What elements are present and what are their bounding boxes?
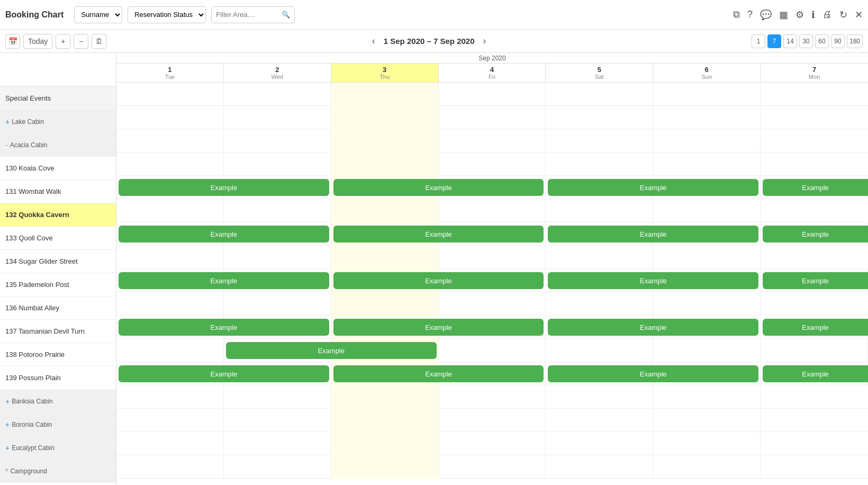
grid-cell-7-6[interactable] <box>761 246 868 269</box>
grid-cell-11-0[interactable] <box>116 339 224 362</box>
grid-cell-2-6[interactable] <box>761 129 868 152</box>
grid-cell-11-5[interactable] <box>653 339 761 362</box>
grid-cell-16-0[interactable] <box>116 455 224 479</box>
grid-cell-0-1[interactable] <box>224 83 331 106</box>
grid-cell-14-6[interactable] <box>761 409 868 432</box>
grid-cell-2-5[interactable] <box>653 129 761 152</box>
grid-cell-5-4[interactable] <box>546 199 653 222</box>
grid-cell-16-1[interactable] <box>224 455 331 479</box>
row-toggle-2[interactable]: - <box>5 141 8 149</box>
grid-cell-1-0[interactable] <box>116 106 224 129</box>
grid-cell-7-3[interactable] <box>439 246 546 269</box>
table-icon[interactable]: ▦ <box>779 9 788 21</box>
grid-cell-9-6[interactable] <box>761 292 868 316</box>
booking-8-1[interactable]: Example <box>333 272 544 289</box>
grid-cell-3-0[interactable] <box>116 152 224 176</box>
booking-6-3[interactable]: Example <box>763 226 868 242</box>
view-14[interactable]: 14 <box>783 34 797 48</box>
grid-cell-2-2[interactable] <box>331 129 439 152</box>
grid-cell-9-1[interactable] <box>224 292 331 316</box>
row-toggle-15[interactable]: + <box>5 444 10 452</box>
booking-4-2[interactable]: Example <box>548 179 758 196</box>
booking-10-3[interactable]: Example <box>763 319 868 336</box>
grid-cell-7-0[interactable] <box>116 246 224 269</box>
booking-8-2[interactable]: Example <box>548 272 758 289</box>
grid-cell-14-0[interactable] <box>116 409 224 432</box>
grid-cell-16-4[interactable] <box>546 455 653 479</box>
grid-cell-11-6[interactable] <box>761 339 868 362</box>
grid-cell-0-5[interactable] <box>653 83 761 106</box>
booking-6-1[interactable]: Example <box>333 226 544 242</box>
booking-4-0[interactable]: Example <box>119 179 329 196</box>
grid-cell-13-5[interactable] <box>653 385 761 409</box>
grid-cell-0-0[interactable] <box>116 83 224 106</box>
grid-cell-13-4[interactable] <box>546 385 653 409</box>
grid-cell-3-6[interactable] <box>761 152 868 176</box>
grid-cell-14-2[interactable] <box>331 409 439 432</box>
calendar-icon-btn[interactable]: 📅 <box>5 34 20 49</box>
filter-area-input[interactable] <box>216 11 279 19</box>
booking-12-3[interactable]: Example <box>763 365 868 382</box>
grid-cell-15-3[interactable] <box>439 432 546 455</box>
grid-cell-11-3[interactable] <box>439 339 546 362</box>
grid-cell-9-2[interactable] <box>331 292 439 316</box>
chat-icon[interactable]: 💬 <box>760 9 772 21</box>
grid-cell-13-6[interactable] <box>761 385 868 409</box>
grid-cell-0-3[interactable] <box>439 83 546 106</box>
grid-cell-0-4[interactable] <box>546 83 653 106</box>
booking-12-1[interactable]: Example <box>333 365 544 382</box>
grid-cell-16-3[interactable] <box>439 455 546 479</box>
grid-cell-16-5[interactable] <box>653 455 761 479</box>
row-toggle-16[interactable]: * <box>5 467 8 475</box>
view-1[interactable]: 1 <box>752 34 765 48</box>
grid-cell-7-5[interactable] <box>653 246 761 269</box>
add-btn[interactable]: + <box>56 34 70 49</box>
booking-11-0[interactable]: Example <box>226 342 437 359</box>
booking-12-2[interactable]: Example <box>548 365 758 382</box>
grid-cell-5-1[interactable] <box>224 199 331 222</box>
grid-cell-3-5[interactable] <box>653 152 761 176</box>
reservation-status-dropdown[interactable]: Reservation Status <box>128 6 206 23</box>
grid-cell-3-4[interactable] <box>546 152 653 176</box>
grid-cell-1-1[interactable] <box>224 106 331 129</box>
grid-cell-15-2[interactable] <box>331 432 439 455</box>
grid-cell-3-1[interactable] <box>224 152 331 176</box>
grid-cell-5-0[interactable] <box>116 199 224 222</box>
grid-cell-14-1[interactable] <box>224 409 331 432</box>
close-icon[interactable]: ✕ <box>855 9 863 21</box>
help-icon[interactable]: ? <box>747 9 753 20</box>
refresh-icon[interactable]: ↻ <box>839 9 847 21</box>
row-toggle-1[interactable]: + <box>5 118 10 126</box>
print-icon[interactable]: 🖨 <box>822 9 832 20</box>
grid-cell-15-5[interactable] <box>653 432 761 455</box>
grid-cell-1-3[interactable] <box>439 106 546 129</box>
grid-cell-1-2[interactable] <box>331 106 439 129</box>
grid-cell-13-2[interactable] <box>331 385 439 409</box>
view-180[interactable]: 180 <box>847 34 863 48</box>
grid-cell-16-6[interactable] <box>761 455 868 479</box>
grid-cell-2-4[interactable] <box>546 129 653 152</box>
grid-cell-1-6[interactable] <box>761 106 868 129</box>
next-btn[interactable]: › <box>483 35 486 47</box>
grid-cell-0-2[interactable] <box>331 83 439 106</box>
booking-4-3[interactable]: Example <box>763 179 868 196</box>
grid-cell-14-3[interactable] <box>439 409 546 432</box>
settings-icon[interactable]: ⚙ <box>795 9 804 21</box>
grid-cell-3-3[interactable] <box>439 152 546 176</box>
surname-dropdown[interactable]: Surname <box>74 6 122 23</box>
grid-cell-5-5[interactable] <box>653 199 761 222</box>
grid-cell-15-6[interactable] <box>761 432 868 455</box>
row-toggle-14[interactable]: + <box>5 420 10 429</box>
booking-10-2[interactable]: Example <box>548 319 758 336</box>
grid-cell-15-0[interactable] <box>116 432 224 455</box>
grid-cell-9-4[interactable] <box>546 292 653 316</box>
calendar2-btn[interactable]: 🗓 <box>92 34 106 49</box>
grid-cell-7-1[interactable] <box>224 246 331 269</box>
grid-cell-7-2[interactable] <box>331 246 439 269</box>
view-30[interactable]: 30 <box>799 34 813 48</box>
grid-cell-5-3[interactable] <box>439 199 546 222</box>
booking-12-0[interactable]: Example <box>119 365 329 382</box>
booking-10-0[interactable]: Example <box>119 319 329 336</box>
grid-cell-2-1[interactable] <box>224 129 331 152</box>
grid-cell-14-4[interactable] <box>546 409 653 432</box>
